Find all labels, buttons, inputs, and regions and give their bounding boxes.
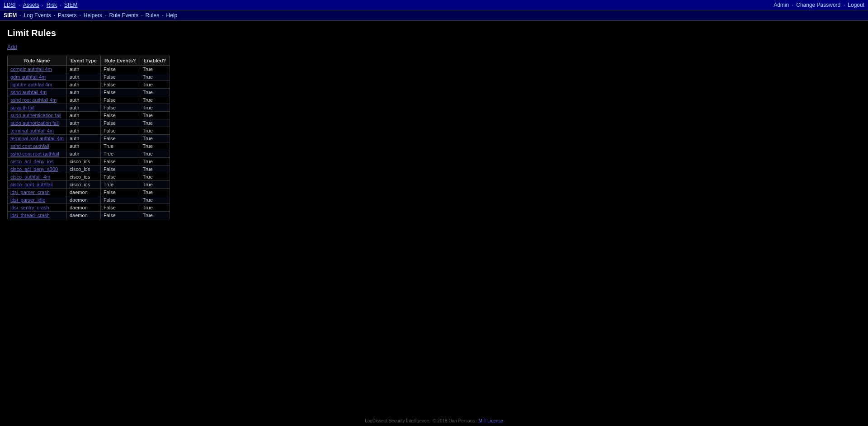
cell-rule-events: False	[100, 204, 140, 212]
add-link[interactable]: Add	[7, 44, 861, 50]
col-enabled: Enabled?	[140, 56, 170, 66]
nav-change-password[interactable]: Change Password	[796, 2, 840, 8]
table-row: ldsi_parser_idledaemonFalseTrue	[8, 196, 170, 204]
nav-assets[interactable]: Assets	[23, 2, 39, 8]
rule-name-link[interactable]: compiz authfail 4m	[10, 66, 52, 72]
rule-name-link[interactable]: gdm authfail 4m	[10, 74, 46, 80]
table-row: terminal authfail 4mauthFalseTrue	[8, 127, 170, 135]
cell-rule-name: terminal root authfail 4m	[8, 135, 67, 142]
table-row: cisco_acl_deny_ioscisco_iosFalseTrue	[8, 158, 170, 166]
top-nav-left: LDSI · Assets · Risk · SIEM	[4, 2, 77, 8]
cell-event-type: daemon	[67, 212, 101, 219]
table-row: cisco_authfail_4mcisco_iosFalseTrue	[8, 173, 170, 181]
rule-name-link[interactable]: cisco_cont_authfail	[10, 182, 53, 187]
main-content: Limit Rules Add Rule Name Event Type Rul…	[0, 21, 868, 227]
subnav-sep1: ·	[19, 12, 21, 19]
sep3: ·	[60, 2, 63, 8]
rule-name-link[interactable]: sshd cont authfail	[10, 143, 49, 149]
rule-name-link[interactable]: cisco_acl_deny_s300	[10, 166, 58, 172]
rule-name-link[interactable]: lightdm authfail 4m	[10, 82, 52, 87]
cell-event-type: auth	[67, 135, 101, 142]
rule-name-link[interactable]: sshd root authfail 4m	[10, 97, 57, 103]
nav-logout[interactable]: Logout	[848, 2, 864, 8]
cell-rule-name: cisco_acl_deny_ios	[8, 158, 67, 166]
sep4: ·	[792, 2, 795, 8]
cell-event-type: cisco_ios	[67, 181, 101, 189]
rule-name-link[interactable]: terminal root authfail 4m	[10, 136, 64, 141]
nav-ldsi[interactable]: LDSI	[4, 2, 16, 8]
table-body: compiz authfail 4mauthFalseTruegdm authf…	[8, 66, 170, 219]
cell-rule-name: sshd root authfail 4m	[8, 96, 67, 104]
table-row: sudo authentication failauthFalseTrue	[8, 112, 170, 119]
col-rule-events: Rule Events?	[100, 56, 140, 66]
table-row: ldsi_sentry_crashdaemonFalseTrue	[8, 204, 170, 212]
cell-enabled: True	[140, 112, 170, 119]
cell-enabled: True	[140, 173, 170, 181]
cell-rule-name: cisco_authfail_4m	[8, 173, 67, 181]
top-navigation: LDSI · Assets · Risk · SIEM Admin · Chan…	[0, 0, 868, 10]
col-event-type: Event Type	[67, 56, 101, 66]
cell-event-type: daemon	[67, 196, 101, 204]
subnav-sep3: ·	[79, 12, 80, 19]
rule-name-link[interactable]: ldsi_sentry_crash	[10, 205, 49, 210]
cell-event-type: auth	[67, 127, 101, 135]
rule-name-link[interactable]: cisco_acl_deny_ios	[10, 159, 53, 164]
rule-name-link[interactable]: terminal authfail 4m	[10, 128, 54, 133]
cell-rule-events: False	[100, 212, 140, 219]
cell-rule-name: gdm authfail 4m	[8, 73, 67, 81]
cell-enabled: True	[140, 66, 170, 73]
subnav-rule-events[interactable]: Rule Events	[109, 12, 138, 19]
nav-admin[interactable]: Admin	[774, 2, 789, 8]
table-row: terminal root authfail 4mauthFalseTrue	[8, 135, 170, 142]
cell-rule-name: sshd authfail 4m	[8, 89, 67, 96]
cell-event-type: daemon	[67, 204, 101, 212]
table-row: su auth failauthFalseTrue	[8, 104, 170, 112]
table-row: lightdm authfail 4mauthFalseTrue	[8, 81, 170, 89]
rule-name-link[interactable]: ldsi_thread_crash	[10, 213, 50, 218]
cell-event-type: daemon	[67, 189, 101, 196]
cell-event-type: auth	[67, 150, 101, 158]
subnav-sep5: ·	[141, 12, 142, 19]
subnav-rules[interactable]: Rules	[146, 12, 160, 19]
table-row: gdm authfail 4mauthFalseTrue	[8, 73, 170, 81]
cell-rule-events: True	[100, 150, 140, 158]
cell-rule-events: True	[100, 181, 140, 189]
cell-rule-name: sudo authorization fail	[8, 119, 67, 127]
cell-event-type: auth	[67, 66, 101, 73]
subnav-parsers[interactable]: Parsers	[58, 12, 76, 19]
cell-rule-name: terminal authfail 4m	[8, 127, 67, 135]
cell-rule-name: cisco_cont_authfail	[8, 181, 67, 189]
page-title: Limit Rules	[7, 28, 861, 38]
rule-name-link[interactable]: su auth fail	[10, 105, 34, 110]
table-header-row: Rule Name Event Type Rule Events? Enable…	[8, 56, 170, 66]
subnav-siem[interactable]: SIEM	[4, 12, 17, 19]
rule-name-link[interactable]: sshd authfail 4m	[10, 90, 47, 95]
rule-name-link[interactable]: sudo authentication fail	[10, 113, 61, 118]
subnav-sep2: ·	[54, 12, 55, 19]
cell-enabled: True	[140, 166, 170, 173]
nav-risk[interactable]: Risk	[47, 2, 57, 8]
limit-rules-table: Rule Name Event Type Rule Events? Enable…	[7, 56, 170, 219]
subnav-helpers[interactable]: Helpers	[84, 12, 102, 19]
rule-name-link[interactable]: sudo authorization fail	[10, 120, 59, 126]
subnav-sep6: ·	[162, 12, 163, 19]
cell-rule-events: False	[100, 196, 140, 204]
cell-rule-name: lightdm authfail 4m	[8, 81, 67, 89]
cell-rule-events: False	[100, 189, 140, 196]
subnav-log-events[interactable]: Log Events	[24, 12, 51, 19]
cell-rule-events: False	[100, 112, 140, 119]
cell-rule-events: False	[100, 173, 140, 181]
cell-enabled: True	[140, 127, 170, 135]
nav-siem[interactable]: SIEM	[64, 2, 77, 8]
rule-name-link[interactable]: sshd cont root authfail	[10, 151, 59, 156]
cell-event-type: auth	[67, 81, 101, 89]
cell-event-type: auth	[67, 104, 101, 112]
rule-name-link[interactable]: cisco_authfail_4m	[10, 174, 50, 180]
rule-name-link[interactable]: ldsi_parser_idle	[10, 197, 45, 203]
cell-event-type: auth	[67, 119, 101, 127]
rule-name-link[interactable]: ldsi_parser_crash	[10, 189, 50, 195]
sep1: ·	[19, 2, 22, 8]
subnav-help[interactable]: Help	[166, 12, 178, 19]
cell-event-type: auth	[67, 142, 101, 150]
cell-rule-name: compiz authfail 4m	[8, 66, 67, 73]
